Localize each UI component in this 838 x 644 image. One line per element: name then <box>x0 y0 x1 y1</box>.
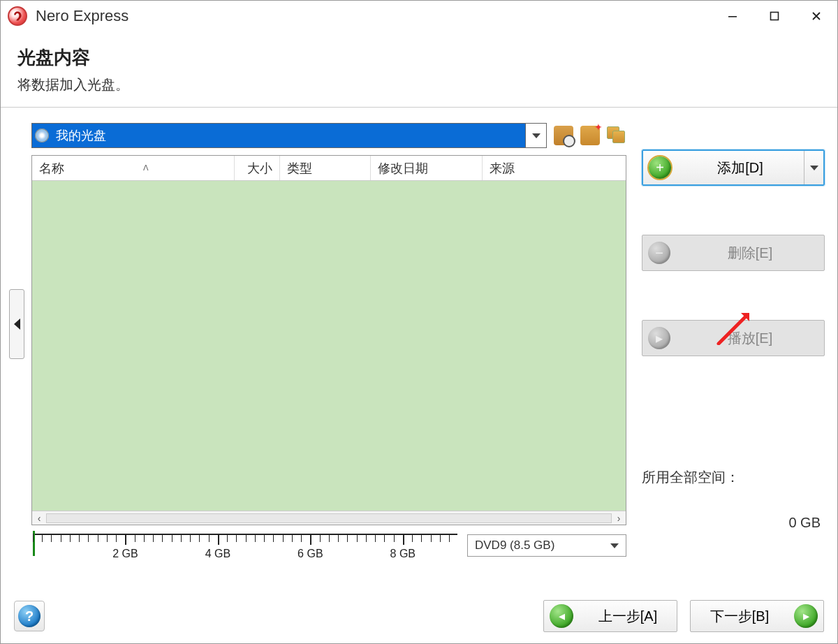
copy-button[interactable] <box>607 126 626 145</box>
collapse-handle[interactable] <box>9 289 24 359</box>
ruler-tick-label: 6 GB <box>297 548 323 560</box>
title-bar: Nero Express <box>1 1 837 31</box>
page-header: 光盘内容 将数据加入光盘。 <box>1 31 837 108</box>
disc-name-label: 我的光盘 <box>52 124 525 147</box>
column-header-date[interactable]: 修改日期 <box>371 156 483 180</box>
play-icon: ▸ <box>648 327 670 349</box>
plus-icon: + <box>649 156 671 179</box>
browse-folder-button[interactable] <box>554 126 573 145</box>
chevron-down-icon <box>810 166 818 170</box>
play-button-label: 播放[E] <box>676 329 824 348</box>
column-header-size[interactable]: 大小 <box>235 156 280 180</box>
app-title: Nero Express <box>36 7 712 25</box>
used-space-label: 所用全部空间： <box>642 468 825 487</box>
disc-dropdown-button[interactable] <box>525 124 546 147</box>
play-button[interactable]: ▸ 播放[E] <box>642 320 825 356</box>
minus-icon: − <box>648 242 670 264</box>
disc-type-value: DVD9 (8.5 GB) <box>475 539 554 552</box>
minimize-button[interactable] <box>712 1 754 31</box>
help-button[interactable]: ? <box>14 601 45 631</box>
add-button[interactable]: + 添加[D] <box>642 149 825 186</box>
chevron-down-icon <box>610 543 619 548</box>
close-button[interactable] <box>795 1 837 31</box>
ruler-tick-label: 2 GB <box>112 548 138 560</box>
next-button[interactable]: 下一步[B] ▸ <box>690 600 824 632</box>
back-button-label: 上一步[A] <box>579 607 677 626</box>
next-button-label: 下一步[B] <box>691 607 788 626</box>
ruler-tick-label: 4 GB <box>205 548 230 560</box>
capacity-ruler: 2 GB4 GB6 GB8 GB <box>31 531 459 560</box>
column-header-type[interactable]: 类型 <box>280 156 371 180</box>
chevron-down-icon <box>532 133 541 138</box>
add-button-label: 添加[D] <box>677 159 804 177</box>
app-icon <box>8 6 27 26</box>
scroll-track[interactable] <box>46 513 612 523</box>
column-header-name[interactable]: 名称 ᐱ <box>32 156 235 180</box>
delete-button-label: 删除[E] <box>676 244 824 263</box>
back-button[interactable]: ◂ 上一步[A] <box>543 600 677 632</box>
chevron-left-icon <box>14 319 20 330</box>
arrow-left-icon: ◂ <box>550 604 573 628</box>
window-controls <box>712 1 837 31</box>
help-icon: ? <box>18 605 41 627</box>
new-folder-button[interactable] <box>580 126 600 145</box>
horizontal-scrollbar[interactable]: ‹ › <box>32 511 626 525</box>
maximize-button[interactable] <box>754 1 795 31</box>
used-space-value: 0 GB <box>642 515 825 531</box>
page-title: 光盘内容 <box>17 45 821 70</box>
svg-rect-1 <box>771 13 779 20</box>
svg-rect-0 <box>728 16 737 17</box>
scroll-right-icon[interactable]: › <box>612 513 626 524</box>
arrow-right-icon: ▸ <box>794 604 818 628</box>
disc-name-combo[interactable]: 我的光盘 <box>31 123 547 148</box>
file-list: 名称 ᐱ 大小 类型 修改日期 来源 ‹ › <box>31 155 626 525</box>
column-header-source[interactable]: 来源 <box>483 156 626 180</box>
disc-type-select[interactable]: DVD9 (8.5 GB) <box>467 534 626 557</box>
cd-icon <box>32 124 52 147</box>
scroll-left-icon[interactable]: ‹ <box>32 513 46 524</box>
delete-button[interactable]: − 删除[E] <box>642 235 825 271</box>
ruler-tick-label: 8 GB <box>390 548 416 560</box>
sort-indicator-icon: ᐱ <box>143 163 149 173</box>
add-dropdown[interactable] <box>804 151 823 184</box>
file-list-body[interactable] <box>32 181 626 511</box>
page-subtitle: 将数据加入光盘。 <box>17 75 821 94</box>
